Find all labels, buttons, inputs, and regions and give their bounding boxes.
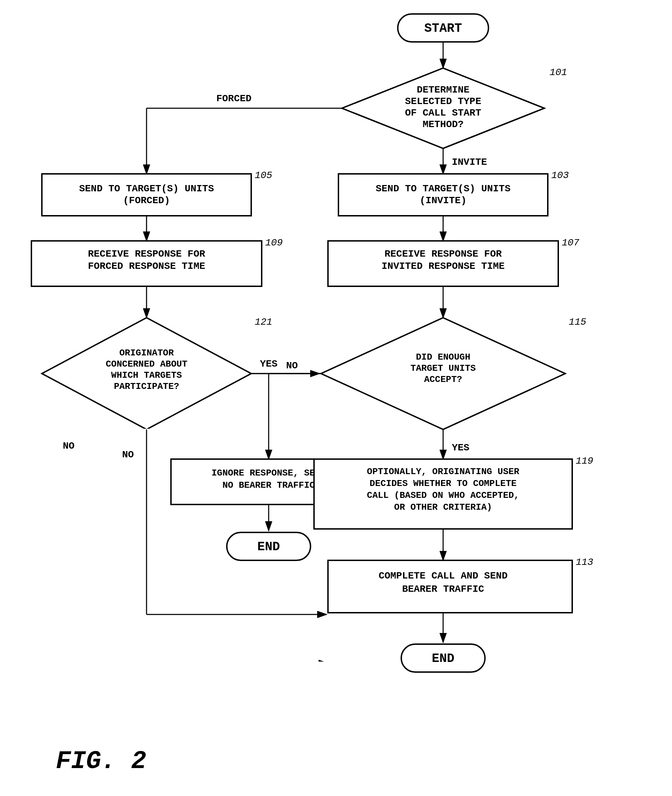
n121-line1: ORIGINATOR xyxy=(119,348,174,358)
invite-label: INVITE xyxy=(452,157,487,168)
n109-line2: FORCED RESPONSE TIME xyxy=(88,261,205,271)
n109-ref: 109 xyxy=(265,238,283,248)
n119-line3: CALL (BASED ON WHO ACCEPTED, xyxy=(367,490,520,501)
n105-ref: 105 xyxy=(255,170,272,181)
yes-label-n115: YES xyxy=(452,442,469,453)
n101-line4: METHOD? xyxy=(422,119,464,130)
fig-label: FIG. 2 xyxy=(56,747,146,776)
no-label-path: NO xyxy=(122,449,134,460)
forced-label: FORCED xyxy=(216,93,251,104)
n101-line2: SELECTED TYPE xyxy=(405,96,481,107)
n107-ref: 107 xyxy=(562,238,579,248)
n103-line1: SEND TO TARGET(S) UNITS xyxy=(376,183,510,194)
end1-label: END xyxy=(258,540,280,554)
n119-ref: 119 xyxy=(576,456,593,466)
n113-line2: BEARER TRAFFIC xyxy=(402,584,484,595)
n101-line1: DETERMINE xyxy=(417,85,469,95)
n109-line1: RECEIVE RESPONSE FOR xyxy=(88,249,205,259)
n107-line1: RECEIVE RESPONSE FOR xyxy=(384,249,502,259)
n101-line3: OF CALL START xyxy=(405,108,481,118)
start-label: START xyxy=(424,21,462,35)
no-label-n115: NO xyxy=(286,360,298,371)
n113-ref: 113 xyxy=(576,557,593,568)
n121-ref: 121 xyxy=(255,317,272,327)
n121-line4: PARTICIPATE? xyxy=(114,381,179,392)
n117-line2: NO BEARER TRAFFIC xyxy=(222,480,315,491)
n121-line3: WHICH TARGETS xyxy=(111,370,182,380)
n107-line2: INVITED RESPONSE TIME xyxy=(382,261,505,271)
svg-rect-35 xyxy=(133,661,335,667)
n101-ref: 101 xyxy=(550,67,567,78)
n103-line2: (INVITE) xyxy=(420,195,467,206)
n119-line1: OPTIONALLY, ORIGINATING USER xyxy=(367,466,520,477)
n121-line2: CONCERNED ABOUT xyxy=(106,359,187,369)
n103-ref: 103 xyxy=(551,170,569,181)
n113-line1: COMPLETE CALL AND SEND xyxy=(379,570,508,581)
svg-rect-8 xyxy=(42,174,251,216)
end2-label: END xyxy=(432,652,454,666)
yes-label-n121: YES xyxy=(260,359,277,369)
n115-line2: TARGET UNITS xyxy=(410,363,475,374)
n115-line3: ACCEPT? xyxy=(424,374,462,385)
n117-line1: IGNORE RESPONSE, SEND xyxy=(211,468,326,478)
svg-rect-9 xyxy=(338,174,548,216)
flowchart-diagram: START DETERMINE SELECTED TYPE OF CALL ST… xyxy=(0,0,672,796)
n105-line2: (FORCED) xyxy=(123,195,170,206)
n105-line1: SEND TO TARGET(S) UNITS xyxy=(79,183,214,194)
n119-line2: DECIDES WHETHER TO COMPLETE xyxy=(370,478,517,489)
n115-line1: DID ENOUGH xyxy=(416,352,470,363)
no-label-n121: NO xyxy=(63,441,75,451)
n119-line4: OR OTHER CRITERIA) xyxy=(394,502,492,512)
n115-ref: 115 xyxy=(569,317,587,327)
